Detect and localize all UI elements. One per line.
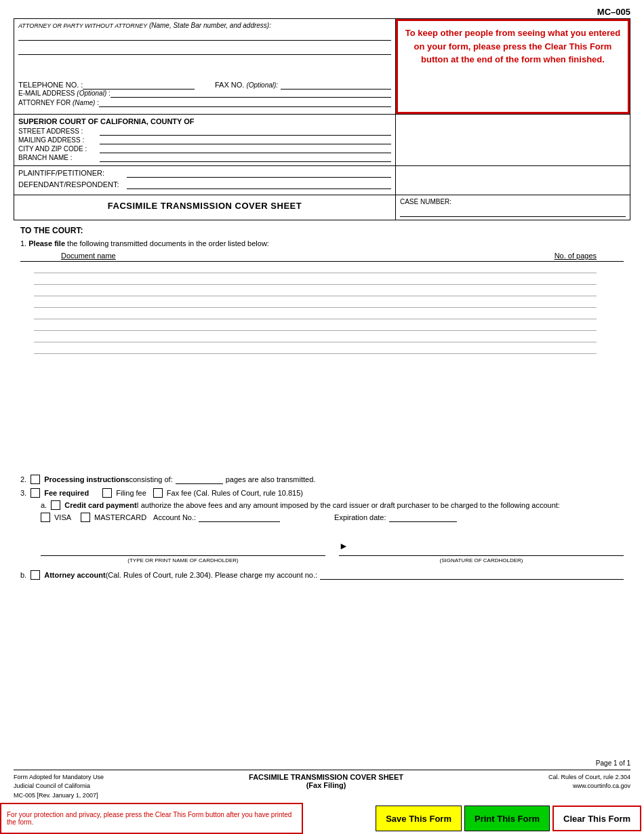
doc-pages-input-4[interactable]	[556, 299, 597, 308]
plaintiff-label: PLAINTIFF/PETITIONER:	[18, 169, 127, 177]
item3a-bold: Credit card payment	[64, 501, 136, 509]
mailing-label: MAILING ADDRESS :	[18, 136, 100, 144]
attorney-name-input[interactable]	[18, 32, 391, 41]
item3a-label: a.	[41, 501, 47, 509]
attorney-account-input[interactable]	[320, 571, 624, 580]
street-input[interactable]	[100, 127, 391, 136]
bottom-buttons: Save This Form Print This Form Clear Thi…	[303, 803, 645, 834]
item2-checkbox[interactable]	[31, 475, 40, 484]
attorney-block: ATTORNEY OR PARTY WITHOUT ATTORNEY (Name…	[14, 19, 396, 114]
defendant-label: DEFENDANT/RESPONDENT:	[18, 180, 127, 188]
col-pages: No. of pages	[555, 252, 597, 260]
table-row	[20, 334, 624, 342]
item3-checkbox[interactable]	[31, 488, 40, 498]
exp-input[interactable]	[389, 513, 457, 522]
plaintiff-input[interactable]	[127, 169, 391, 178]
defendant-input[interactable]	[127, 180, 391, 189]
attorney-for-label: ATTORNEY FOR (Name) :	[18, 99, 99, 106]
doc-name-input-3[interactable]	[34, 287, 556, 296]
item3a-checkbox[interactable]	[51, 500, 60, 510]
doc-pages-input-6[interactable]	[556, 322, 597, 331]
item3b-bold: Attorney account	[44, 571, 105, 579]
case-number-input[interactable]	[400, 208, 626, 217]
save-button[interactable]: Save This Form	[376, 806, 462, 831]
clear-button[interactable]: Clear This Form	[552, 806, 641, 831]
doc-name-input-8[interactable]	[34, 345, 556, 354]
item3a-block: a. Credit card payment I authorize the a…	[41, 500, 624, 563]
item3-filing-checkbox[interactable]	[102, 488, 112, 498]
item3-fax-label: Fax fee (Cal. Rules of Court, rule 10.81…	[167, 489, 303, 497]
item2-num: 2.	[20, 475, 26, 483]
footer-title: FACSIMILE TRANSMISSION COVER SHEET (Fax …	[104, 773, 548, 789]
doc-name-input-2[interactable]	[34, 276, 556, 285]
print-button[interactable]: Print This Form	[464, 806, 550, 831]
item3-num: 3.	[20, 489, 26, 497]
item3b-label: b.	[20, 571, 26, 579]
court-title: SUPERIOR COURT OF CALIFORNIA, COUNTY OF	[18, 117, 391, 125]
mailing-input[interactable]	[100, 136, 391, 144]
table-row	[20, 299, 624, 308]
case-number-block: CASE NUMBER:	[396, 195, 630, 220]
attorney-label: ATTORNEY OR PARTY WITHOUT ATTORNEY (Name…	[18, 22, 391, 29]
court-block: SUPERIOR COURT OF CALIFORNIA, COUNTY OF …	[14, 115, 396, 165]
city-input[interactable]	[100, 145, 391, 153]
attorney-address-input[interactable]	[18, 46, 391, 55]
tel-label: TELEPHONE NO. :	[18, 81, 83, 89]
item3-row: 3. Fee required Filing fee Fax fee (Cal.…	[20, 488, 624, 498]
doc-pages-input-2[interactable]	[556, 276, 597, 285]
doc-pages-input-7[interactable]	[556, 334, 597, 342]
doc-name-input-1[interactable]	[34, 264, 556, 273]
footer-left: Form Adopted for Mandatory Use Judicial …	[14, 773, 104, 801]
branch-input[interactable]	[100, 154, 391, 162]
doc-pages-input-5[interactable]	[556, 311, 597, 319]
cardholder-name-field[interactable]	[41, 536, 325, 556]
attorney-for-input[interactable]	[99, 99, 391, 107]
court-right	[396, 115, 630, 165]
cardholder-name-label: (TYPE OR PRINT NAME OF CARDHOLDER)	[41, 557, 325, 563]
visa-checkbox[interactable]	[41, 513, 50, 522]
table-row	[20, 311, 624, 319]
table-row	[20, 322, 624, 331]
item3-filing-label: Filing fee	[116, 489, 146, 497]
case-number-label: CASE NUMBER:	[400, 198, 626, 205]
city-label: CITY AND ZIP CODE :	[18, 145, 100, 153]
item3b-row: b. Attorney account (Cal. Rules of Court…	[20, 570, 624, 580]
page-number: Page 1 of 1	[14, 759, 630, 767]
footer-right: Cal. Rules of Court, rule 2.304 www.cour…	[548, 773, 630, 791]
form-title: FACSIMILE TRANSMISSION COVER SHEET	[18, 201, 391, 211]
mc-checkbox[interactable]	[81, 513, 90, 522]
doc-pages-input-1[interactable]	[556, 264, 597, 273]
doc-pages-input-8[interactable]	[556, 345, 597, 354]
mc-label: MASTERCARD	[94, 513, 146, 521]
doc-name-input-4[interactable]	[34, 299, 556, 308]
email-input[interactable]	[110, 90, 391, 98]
doc-name-input-5[interactable]	[34, 311, 556, 319]
parties-right	[396, 166, 630, 195]
col-doc-name: Document name	[61, 252, 116, 260]
acct-label: Account No.:	[153, 513, 196, 521]
cardholder-name-input[interactable]	[41, 536, 325, 544]
item2-row: 2. Processing instructions consisting of…	[20, 475, 624, 484]
fax-input[interactable]	[281, 81, 391, 90]
doc-name-input-6[interactable]	[34, 322, 556, 331]
branch-label: BRANCH NAME :	[18, 154, 100, 161]
table-row	[20, 287, 624, 296]
fax-label-italic: (Optional):	[246, 81, 278, 89]
arrow-icon: ►	[339, 540, 348, 551]
table-row	[20, 345, 624, 354]
tel-input[interactable]	[83, 81, 195, 90]
parties-block: PLAINTIFF/PETITIONER: DEFENDANT/RESPONDE…	[14, 166, 396, 195]
item3b-checkbox[interactable]	[31, 570, 40, 580]
doc-name-input-7[interactable]	[34, 334, 556, 342]
item2-bold: Processing instructions	[44, 475, 129, 483]
item3-fax-checkbox[interactable]	[153, 488, 163, 498]
to-court: TO THE COURT:	[20, 226, 624, 235]
table-row	[20, 264, 624, 273]
doc-pages-input-3[interactable]	[556, 287, 597, 296]
street-label: STREET ADDRESS :	[18, 127, 100, 135]
acct-input[interactable]	[199, 513, 280, 522]
cardholder-sig-input[interactable]	[354, 542, 624, 550]
email-label: E-MAIL ADDRESS (Optional) :	[18, 90, 110, 97]
item2-pages-input[interactable]	[176, 475, 223, 484]
form-title-block: FACSIMILE TRANSMISSION COVER SHEET	[14, 195, 396, 220]
